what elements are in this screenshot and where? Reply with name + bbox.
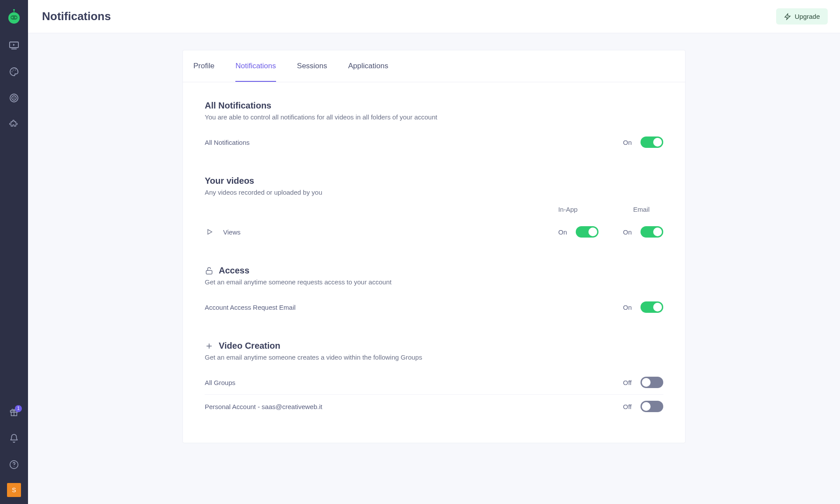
svg-point-14	[14, 98, 15, 99]
toggle-state-label: On	[623, 228, 634, 236]
row-access-request: Account Access Request Email On	[205, 295, 663, 319]
section-video-creation: Video Creation Get an email anytime some…	[205, 341, 663, 418]
col-header-inapp: In-App	[555, 206, 581, 213]
gift-badge: 1	[15, 405, 22, 412]
monitor-play-icon	[9, 40, 19, 51]
robot-logo-icon	[7, 9, 21, 24]
svg-point-3	[15, 17, 17, 18]
tab-profile[interactable]: Profile	[193, 50, 214, 82]
col-header-email: Email	[628, 206, 654, 213]
svg-marker-7	[13, 44, 15, 46]
svg-point-10	[13, 70, 14, 70]
unlock-icon	[205, 266, 214, 275]
sidebar-item-design[interactable]	[4, 62, 24, 81]
lightning-icon	[784, 13, 791, 20]
section-desc: Any videos recorded or uploaded by you	[205, 189, 663, 196]
topbar: Notifications Upgrade	[28, 0, 840, 33]
toggle-personal-account[interactable]	[640, 401, 663, 412]
help-icon	[9, 460, 19, 469]
toggle-state-label: Off	[623, 379, 634, 386]
toggle-state-label: On	[623, 139, 634, 146]
svg-point-9	[12, 71, 13, 72]
settings-card: Profile Notifications Sessions Applicati…	[182, 50, 686, 443]
upgrade-button[interactable]: Upgrade	[776, 8, 828, 24]
svg-point-2	[11, 17, 13, 18]
sidebar-item-notifications[interactable]	[4, 429, 24, 448]
row-label: Personal Account - saas@creativeweb.it	[205, 403, 322, 410]
section-all-notifications: All Notifications You are able to contro…	[205, 101, 663, 154]
svg-point-5	[13, 9, 15, 10]
row-label: All Notifications	[205, 139, 250, 146]
row-label: Views	[223, 228, 241, 236]
tab-applications[interactable]: Applications	[348, 50, 388, 82]
svg-point-11	[15, 70, 16, 70]
sidebar-item-goals[interactable]	[4, 88, 24, 108]
section-your-videos: Your videos Any videos recorded or uploa…	[205, 176, 663, 244]
row-label: All Groups	[205, 379, 235, 386]
section-desc: You are able to control all notification…	[205, 113, 663, 121]
tab-sessions[interactable]: Sessions	[297, 50, 327, 82]
row-label: Account Access Request Email	[205, 304, 296, 311]
sidebar-item-integrations[interactable]	[4, 115, 24, 134]
upgrade-label: Upgrade	[794, 13, 820, 20]
toggle-state-label: On	[558, 228, 570, 236]
toggle-access-request[interactable]	[640, 301, 663, 313]
toggle-views-email[interactable]	[640, 226, 663, 238]
row-all-groups: All Groups Off	[205, 371, 663, 394]
toggle-state-label: Off	[623, 403, 634, 410]
svg-marker-21	[208, 230, 212, 234]
toggle-all-groups[interactable]	[640, 377, 663, 388]
svg-rect-22	[206, 270, 212, 274]
page-title: Notifications	[42, 10, 111, 23]
row-personal-account: Personal Account - saas@creativeweb.it O…	[205, 394, 663, 418]
sidebar-item-help[interactable]	[4, 455, 24, 474]
bell-icon	[9, 434, 19, 443]
sidebar-item-gifts[interactable]: 1	[4, 402, 24, 422]
section-title: Video Creation	[219, 341, 280, 351]
section-desc: Get an email anytime someone creates a v…	[205, 354, 663, 361]
tab-notifications[interactable]: Notifications	[235, 50, 276, 82]
play-icon	[205, 228, 214, 235]
app-logo[interactable]	[6, 9, 22, 24]
column-headers: In-App Email	[205, 206, 663, 213]
section-access: Access Get an email anytime someone requ…	[205, 266, 663, 319]
sidebar-item-videos[interactable]	[4, 36, 24, 55]
avatar[interactable]: S	[7, 483, 21, 497]
sidebar: 1 S	[0, 0, 28, 504]
toggle-state-label: On	[623, 304, 634, 311]
toggle-all-notifications[interactable]	[640, 136, 663, 148]
row-all-notifications: All Notifications On	[205, 130, 663, 154]
svg-point-19	[14, 466, 14, 467]
section-desc: Get an email anytime someone requests ac…	[205, 278, 663, 286]
section-title: Your videos	[205, 176, 254, 186]
plus-icon	[205, 342, 214, 350]
main: Profile Notifications Sessions Applicati…	[28, 33, 840, 504]
toggle-views-inapp[interactable]	[576, 226, 598, 238]
svg-marker-20	[785, 14, 790, 19]
puzzle-icon	[9, 119, 19, 130]
row-views: Views On On	[205, 220, 663, 244]
target-icon	[9, 93, 19, 103]
section-title: All Notifications	[205, 101, 271, 111]
tabs: Profile Notifications Sessions Applicati…	[183, 50, 685, 82]
palette-icon	[9, 66, 19, 77]
section-title: Access	[219, 266, 249, 276]
